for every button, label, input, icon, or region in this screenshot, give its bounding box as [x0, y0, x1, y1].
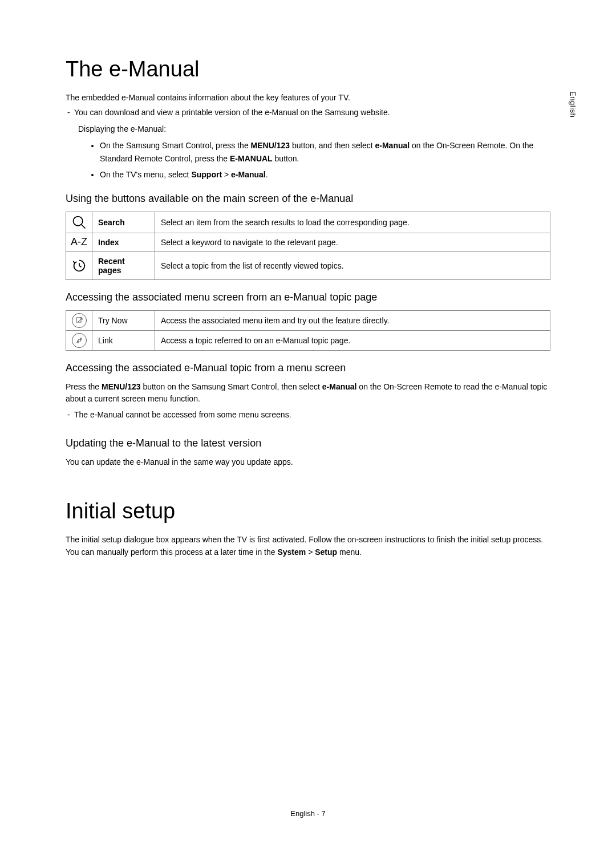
intro-text: The embedded e-Manual contains informati…: [66, 92, 550, 104]
trynow-label: Try Now: [92, 310, 155, 330]
page-footer: English - 7: [0, 809, 616, 818]
access-topic-note-text: The e-Manual cannot be accessed from som…: [74, 410, 291, 419]
table-row: Link Access a topic referred to on an e-…: [66, 330, 550, 350]
link-icon-cell: [66, 330, 92, 350]
bullet-smart-control: On the Samsung Smart Control, press the …: [100, 139, 550, 165]
link-icon: [72, 333, 87, 348]
svg-point-7: [79, 338, 82, 340]
index-label: Index: [92, 233, 155, 251]
trynow-icon-cell: [66, 310, 92, 330]
az-icon-cell: A-Z: [66, 233, 92, 251]
svg-point-0: [73, 216, 82, 225]
buttons-table-main: Search Select an item from the search re…: [66, 212, 550, 280]
heading-initial-setup: Initial setup: [66, 499, 550, 524]
link-label: Link: [92, 330, 155, 350]
svg-rect-4: [76, 318, 81, 322]
az-icon: A-Z: [68, 236, 90, 248]
heading-updating: Updating the e-Manual to the latest vers…: [66, 437, 550, 449]
display-methods-list: On the Samsung Smart Control, press the …: [66, 139, 550, 181]
svg-point-6: [76, 340, 79, 343]
access-topic-note: -The e-Manual cannot be accessed from so…: [66, 409, 550, 421]
search-icon-cell: [66, 212, 92, 233]
table-row: Search Select an item from the search re…: [66, 212, 550, 233]
bullet-tv-menu: On the TV's menu, select Support > e-Man…: [100, 168, 550, 181]
displaying-label: Displaying the e-Manual:: [66, 124, 550, 133]
manual-page: English The e-Manual The embedded e-Manu…: [0, 0, 616, 852]
search-label: Search: [92, 212, 155, 233]
download-note: -You can download and view a printable v…: [66, 107, 550, 119]
index-desc: Select a keyword to navigate to the rele…: [155, 233, 550, 251]
svg-line-3: [79, 266, 82, 267]
access-topic-paragraph: Press the MENU/123 button on the Samsung…: [66, 381, 550, 405]
search-icon: [71, 214, 87, 230]
table-row: Recent pages Select a topic from the lis…: [66, 251, 550, 279]
heading-using-buttons: Using the buttons available on the main …: [66, 193, 550, 205]
table-row: Try Now Access the associated menu item …: [66, 310, 550, 330]
search-desc: Select an item from the search results t…: [155, 212, 550, 233]
recent-icon-cell: [66, 251, 92, 279]
trynow-desc: Access the associated menu item and try …: [155, 310, 550, 330]
heading-access-topic: Accessing the associated e-Manual topic …: [66, 362, 550, 374]
download-note-text: You can download and view a printable ve…: [74, 108, 390, 117]
recent-pages-icon: [71, 258, 87, 274]
svg-line-5: [78, 318, 82, 322]
recent-pages-label: Recent pages: [92, 251, 155, 279]
updating-text: You can update the e-Manual in the same …: [66, 456, 550, 469]
heading-access-menu: Accessing the associated menu screen fro…: [66, 291, 550, 303]
initial-setup-paragraph: The initial setup dialogue box appears w…: [66, 534, 550, 558]
svg-line-1: [81, 224, 85, 228]
link-desc: Access a topic referred to on an e-Manua…: [155, 330, 550, 350]
try-now-icon: [72, 313, 87, 328]
heading-emanual: The e-Manual: [66, 57, 550, 82]
buttons-table-topic: Try Now Access the associated menu item …: [66, 310, 550, 351]
recent-pages-desc: Select a topic from the list of recently…: [155, 251, 550, 279]
language-side-label: English: [569, 91, 577, 117]
table-row: A-Z Index Select a keyword to navigate t…: [66, 233, 550, 251]
